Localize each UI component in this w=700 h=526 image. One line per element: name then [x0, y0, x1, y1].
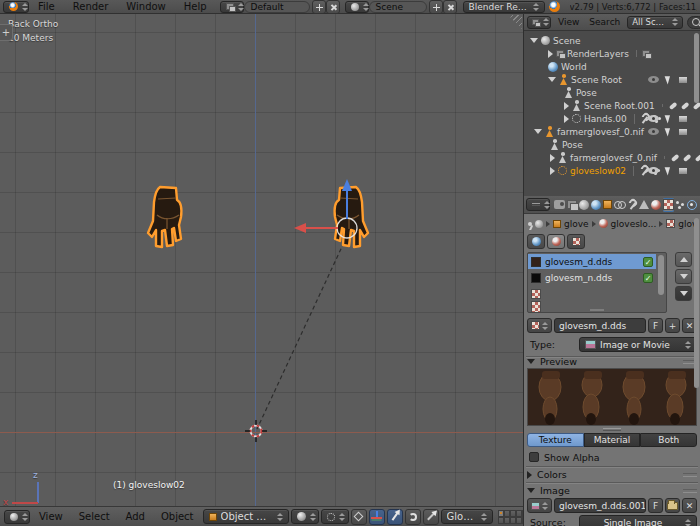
- menu-render[interactable]: Render: [64, 1, 118, 12]
- bone-icon[interactable]: [695, 154, 700, 162]
- outliner-row-scene-root[interactable]: Scene Root: [524, 73, 700, 86]
- tab-particles[interactable]: [675, 198, 686, 212]
- outliner-row-pose-1[interactable]: Pose: [524, 86, 700, 99]
- outliner-row-farmergloves-data[interactable]: farmerglovesf_0.nif: [524, 151, 700, 164]
- slot-list-scrollbar[interactable]: [658, 255, 664, 295]
- fake-user-button[interactable]: F: [648, 318, 663, 333]
- bone-icon[interactable]: [671, 154, 679, 162]
- slot-enabled-checkbox[interactable]: ✓: [643, 273, 653, 283]
- preview-material-button[interactable]: Material: [584, 433, 641, 447]
- texture-context-material[interactable]: [547, 234, 565, 249]
- outliner-row-scene-root-001[interactable]: Scene Root.001: [524, 99, 700, 112]
- outliner-search-field[interactable]: [687, 16, 700, 29]
- bone-icon[interactable]: [669, 102, 677, 110]
- bone-icon[interactable]: [683, 154, 691, 162]
- outliner-row-farmergloves-root[interactable]: farmerglovesf_0.nif: [524, 125, 700, 138]
- manipulator-rotate-toggle[interactable]: [405, 509, 421, 525]
- screen-layout-icon-dropdown[interactable]: [220, 1, 244, 13]
- 3d-cursor[interactable]: [245, 420, 267, 442]
- renderlayer-data-icon[interactable]: [642, 50, 650, 57]
- hide-toggle-eye-icon[interactable]: [648, 76, 659, 83]
- tab-render[interactable]: [554, 198, 565, 212]
- render-toggle-icon[interactable]: [678, 115, 688, 123]
- viewport-shading-dropdown[interactable]: [291, 509, 319, 524]
- editor-type-dropdown-properties[interactable]: [526, 198, 550, 211]
- new-texture-button[interactable]: +: [665, 318, 680, 333]
- texture-type-dropdown[interactable]: Image or Movie: [579, 337, 697, 352]
- tab-material[interactable]: [651, 198, 662, 212]
- expand-icon[interactable]: [534, 129, 542, 134]
- outliner-row-scene[interactable]: Scene: [524, 34, 700, 47]
- render-toggle-icon[interactable]: [678, 167, 688, 175]
- menu-select[interactable]: Select: [72, 511, 117, 522]
- scene-icon-dropdown[interactable]: [345, 1, 369, 13]
- tab-object-data[interactable]: [639, 198, 650, 212]
- selectable-toggle-icon[interactable]: [665, 74, 673, 84]
- outliner-row-renderlayers[interactable]: RenderLayers: [524, 47, 700, 60]
- expand-icon[interactable]: [564, 102, 569, 110]
- selectable-toggle-icon[interactable]: [665, 113, 673, 123]
- tab-render-layers[interactable]: [566, 198, 577, 212]
- editor-type-dropdown-viewport[interactable]: [4, 510, 30, 524]
- unlink-image-button[interactable]: ✕: [682, 498, 697, 513]
- slot-enabled-checkbox[interactable]: ✓: [643, 257, 653, 267]
- image-browse-dropdown[interactable]: [527, 498, 552, 513]
- expand-icon[interactable]: [530, 38, 538, 43]
- tab-world[interactable]: [590, 198, 601, 212]
- breadcrumb-material-name[interactable]: gloveslo...: [611, 219, 657, 229]
- breadcrumb-object-name[interactable]: glove: [564, 219, 589, 229]
- outliner-row-pose-2[interactable]: Pose: [524, 138, 700, 151]
- expand-icon[interactable]: [550, 167, 555, 175]
- preview-texture-button[interactable]: Texture: [527, 433, 584, 447]
- outliner-filter-dropdown[interactable]: All Scenes: [627, 16, 683, 29]
- render-toggle-icon[interactable]: [678, 128, 688, 136]
- manipulator-toggle[interactable]: [369, 509, 385, 525]
- expand-icon[interactable]: [564, 115, 569, 123]
- expand-icon[interactable]: [550, 154, 555, 162]
- outliner-row-gloveslow02[interactable]: gloveslow02: [524, 164, 700, 177]
- properties-scrollbar[interactable]: [694, 218, 699, 388]
- hide-toggle-eye-icon[interactable]: [648, 167, 659, 174]
- add-screen-layout-button[interactable]: [312, 0, 326, 14]
- outliner-menu-search[interactable]: Search: [586, 17, 623, 27]
- show-alpha-checkbox[interactable]: [529, 452, 539, 462]
- tab-physics[interactable]: [687, 198, 698, 212]
- slot-list-resize-nub[interactable]: [590, 309, 604, 311]
- tab-texture[interactable]: [663, 198, 674, 212]
- delete-scene-button[interactable]: [443, 0, 457, 14]
- manipulator-x-arrowhead[interactable]: [294, 223, 306, 233]
- expand-icon[interactable]: [548, 77, 556, 82]
- menu-object[interactable]: Object: [154, 511, 201, 522]
- tab-constraints[interactable]: [614, 198, 625, 212]
- breadcrumb-scene-icon[interactable]: [535, 220, 543, 228]
- preview-panel-header[interactable]: Preview: [527, 355, 697, 368]
- tab-scene[interactable]: [578, 198, 589, 212]
- slot-move-up-button[interactable]: [675, 252, 692, 267]
- slot-specials-menu-button[interactable]: [675, 286, 692, 301]
- menu-file[interactable]: File: [29, 1, 64, 12]
- screen-layout-field[interactable]: Default: [244, 1, 310, 13]
- panel-drag-grip[interactable]: [683, 489, 697, 493]
- glove-mesh-right[interactable]: [335, 187, 368, 247]
- glove-mesh-left[interactable]: [148, 187, 181, 247]
- outliner-row-world[interactable]: World: [524, 60, 700, 73]
- expand-icon[interactable]: [548, 50, 553, 58]
- texture-context-world[interactable]: [527, 234, 545, 249]
- selectable-toggle-icon[interactable]: [665, 165, 673, 175]
- slot-move-down-button[interactable]: [675, 269, 692, 284]
- image-fake-user-button[interactable]: F: [648, 498, 663, 513]
- manipulator-scale-toggle[interactable]: [423, 509, 439, 525]
- manipulator-z-arrowhead[interactable]: [342, 179, 352, 191]
- preview-resize-nub[interactable]: [603, 428, 621, 431]
- editor-type-dropdown-outliner[interactable]: [527, 16, 551, 29]
- hide-toggle-eye-icon[interactable]: [648, 115, 659, 122]
- outliner-menu-view[interactable]: View: [555, 17, 582, 27]
- editor-type-dropdown-info[interactable]: [3, 1, 29, 13]
- menu-view[interactable]: View: [32, 511, 70, 522]
- menu-help[interactable]: Help: [175, 1, 216, 12]
- colors-panel-header[interactable]: Colors: [527, 468, 697, 481]
- render-toggle-icon[interactable]: [678, 76, 688, 84]
- texture-slot-row[interactable]: glovesm_n.dds ✓: [528, 270, 656, 285]
- menu-window[interactable]: Window: [117, 1, 174, 12]
- pivot-point-dropdown[interactable]: [321, 509, 349, 524]
